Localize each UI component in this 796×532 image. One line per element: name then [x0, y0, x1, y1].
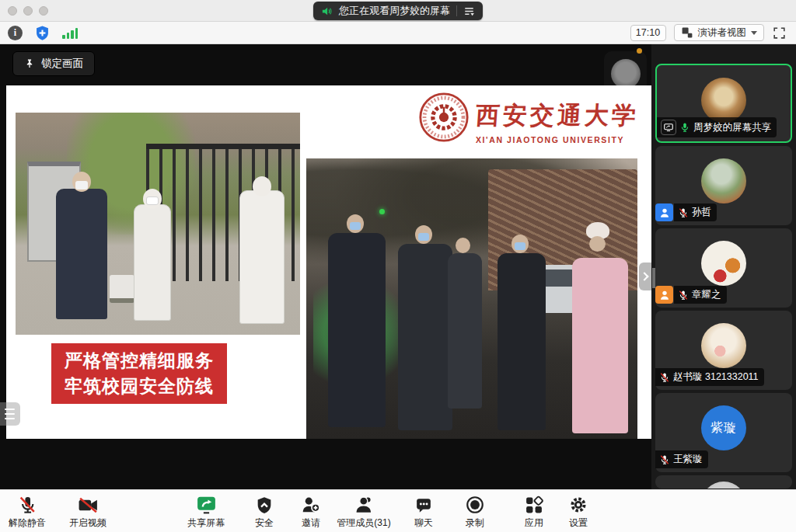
- layout-icon: [681, 26, 693, 39]
- figure-decor: [328, 233, 386, 427]
- avatar: [701, 323, 746, 368]
- invite-button[interactable]: 邀请: [301, 494, 321, 530]
- meeting-controls-toolbar: 解除静音 开启视频 共享屏幕 安全 邀请: [0, 489, 796, 532]
- mic-muted-icon: [17, 494, 38, 516]
- participant-role-badge: [655, 286, 673, 304]
- figure-decor: [75, 181, 88, 190]
- chat-button[interactable]: 聊天: [414, 494, 434, 530]
- minimize-button[interactable]: [23, 6, 33, 16]
- participant-tile[interactable]: 紫璇 王紫璇: [655, 393, 792, 472]
- speaker-icon: [321, 5, 333, 17]
- close-button[interactable]: [8, 6, 17, 16]
- figure-decor: [456, 238, 470, 253]
- notification-dot: [637, 48, 642, 54]
- presentation-slide: 西安交通大学 XI'AN JIAOTONG UNIVERSITY: [6, 85, 651, 439]
- view-mode-button[interactable]: 演讲者视图: [674, 24, 765, 41]
- mic-muted-icon: [659, 372, 670, 383]
- sidebar-collapse-handle[interactable]: [639, 263, 651, 290]
- participant-tile-partial[interactable]: [655, 475, 792, 489]
- maximize-button[interactable]: [39, 6, 48, 16]
- banner-menu-icon[interactable]: [463, 5, 475, 17]
- settings-button[interactable]: 设置: [568, 494, 588, 530]
- university-name-en: XI'AN JIAOTONG UNIVERSITY: [476, 135, 639, 144]
- figure-decor: [572, 258, 628, 433]
- share-screen-icon: [195, 494, 218, 516]
- record-icon: [465, 494, 485, 516]
- video-off-icon: [77, 494, 100, 516]
- figure-decor: [448, 253, 482, 409]
- lock-view-label: 锁定画面: [41, 57, 83, 71]
- figure-decor: [239, 190, 285, 324]
- avatar: [701, 158, 746, 203]
- meeting-statusbar: i 17:10 演讲者视图: [0, 22, 796, 44]
- chat-icon: [414, 494, 434, 516]
- figure-decor: [398, 244, 452, 430]
- participants-icon: [354, 494, 374, 516]
- chair-decor: [110, 275, 134, 303]
- figure-decor: [589, 236, 606, 252]
- figure-decor: [515, 242, 525, 250]
- apps-icon: [525, 494, 544, 516]
- banner-text: 您正在观看周梦姣的屏幕: [339, 4, 450, 18]
- participant-name: 章耀之: [692, 288, 721, 301]
- participant-name: 周梦姣的屏幕共享: [693, 121, 771, 134]
- view-mode-label: 演讲者视图: [698, 26, 747, 40]
- avatar: 紫璇: [701, 405, 746, 450]
- mic-muted-icon: [678, 290, 689, 301]
- lock-view-button[interactable]: 锁定画面: [12, 51, 95, 76]
- slogan-banner: 严格管控精细服务 牢筑校园安全防线: [51, 343, 227, 404]
- zoom-meeting-window: 您正在观看周梦姣的屏幕 i 17:10 演讲者视图 锁定画面: [0, 0, 796, 532]
- participant-tile[interactable]: 章耀之: [655, 228, 792, 308]
- annotation-panel-toggle[interactable]: [0, 402, 20, 426]
- chevron-down-icon: [751, 31, 757, 35]
- figure-decor: [146, 196, 159, 205]
- avatar: [701, 78, 746, 123]
- settings-icon: [568, 494, 588, 516]
- meeting-info-icon[interactable]: i: [8, 26, 23, 40]
- university-name-cn: 西安交通大学: [475, 99, 641, 132]
- participant-tile-sharing[interactable]: 周梦姣的屏幕共享: [655, 64, 792, 143]
- xjtu-seal-icon: [418, 92, 470, 143]
- participant-name: 王紫璇: [673, 453, 703, 466]
- unmute-button[interactable]: 解除静音: [9, 494, 46, 530]
- mic-muted-icon: [678, 207, 689, 218]
- window-titlebar: 您正在观看周梦姣的屏幕: [0, 0, 796, 22]
- invite-icon: [301, 494, 321, 516]
- record-button[interactable]: 录制: [465, 494, 485, 530]
- window-controls: [8, 6, 48, 16]
- camera-lens-icon: [611, 59, 641, 89]
- share-screen-button[interactable]: 共享屏幕: [187, 494, 225, 530]
- photo-street-inspection: [306, 158, 637, 439]
- mic-on-icon: [679, 122, 690, 133]
- apps-button[interactable]: 应用: [525, 494, 544, 530]
- participant-tile[interactable]: 赵书璇 3121332011: [655, 311, 792, 390]
- photo-campus-gate: [16, 113, 300, 335]
- main-content: 锁定画面 西安交通大学 XI': [0, 44, 796, 489]
- manage-participants-button[interactable]: 管理成员(31): [337, 494, 390, 530]
- participant-name: 赵书璇 3121332011: [673, 370, 759, 384]
- encryption-shield-icon[interactable]: [34, 25, 51, 41]
- avatar: [701, 241, 746, 286]
- meeting-timer: 17:10: [630, 25, 666, 41]
- fullscreen-button[interactable]: [772, 26, 787, 40]
- figure-decor: [134, 204, 171, 321]
- start-video-button[interactable]: 开启视频: [69, 494, 106, 530]
- traffic-light-decor: [379, 209, 385, 214]
- shared-screen-view: 锁定画面 西安交通大学 XI': [0, 44, 651, 489]
- figure-decor: [253, 176, 271, 196]
- pin-icon: [24, 58, 35, 69]
- connection-quality-icon[interactable]: [62, 27, 78, 39]
- participants-sidebar: 周梦姣的屏幕共享 孙哲: [651, 44, 796, 489]
- slogan-line1: 严格管控精细服务: [65, 348, 214, 374]
- figure-decor: [56, 189, 107, 319]
- security-icon: [255, 494, 274, 516]
- participant-tile[interactable]: 孙哲: [655, 146, 792, 225]
- slogan-line2: 牢筑校园安全防线: [65, 374, 214, 399]
- avatar: [701, 482, 746, 489]
- screen-share-icon: [661, 120, 676, 135]
- figure-decor: [350, 222, 361, 230]
- mic-muted-icon: [659, 454, 670, 465]
- security-button[interactable]: 安全: [255, 494, 274, 530]
- watching-screen-banner: 您正在观看周梦姣的屏幕: [313, 2, 483, 20]
- participant-name: 孙哲: [692, 206, 711, 219]
